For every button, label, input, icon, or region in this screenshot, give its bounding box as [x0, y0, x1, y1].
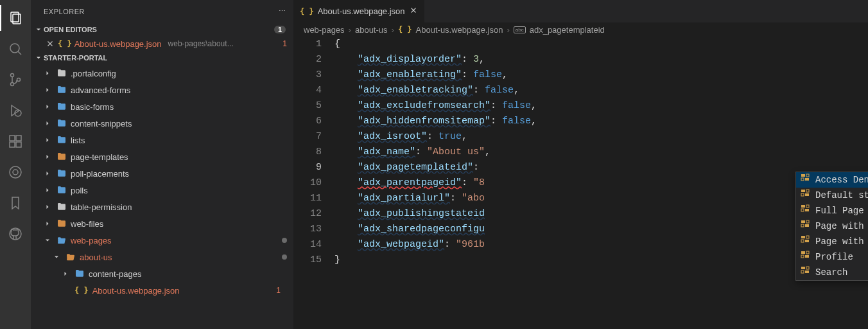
- suggestion-item[interactable]: Page with title: [796, 234, 868, 249]
- folder-icon: [56, 168, 67, 179]
- activity-search-icon[interactable]: [0, 36, 31, 62]
- enum-member-icon: [800, 203, 810, 218]
- suggestion-item[interactable]: Profile: [796, 249, 868, 265]
- open-editors-header[interactable]: OPEN EDITORS 1: [31, 22, 293, 37]
- tree-folder-item[interactable]: web-files: [31, 215, 293, 232]
- folder-icon: [56, 152, 67, 162]
- svg-rect-38: [806, 236, 809, 238]
- tree-folder-item[interactable]: lists: [31, 132, 293, 148]
- svg-rect-19: [801, 174, 805, 177]
- tree-item-label: basic-forms: [71, 102, 114, 112]
- close-icon[interactable]: [409, 6, 418, 17]
- tree-folder-item[interactable]: table-permission: [31, 199, 293, 215]
- file-tree: .portalconfigadvanced-formsbasic-formsco…: [31, 65, 293, 329]
- chevron-down-icon: [33, 54, 44, 62]
- open-editor-problem-count: 1: [282, 39, 287, 48]
- open-editor-item[interactable]: { } About-us.webpage.json web-pages\abou…: [31, 37, 293, 51]
- tree-item-label: content-pages: [89, 269, 141, 279]
- folder-icon: [56, 118, 67, 129]
- breadcrumb-segment[interactable]: web-pages: [304, 25, 345, 35]
- breadcrumb-segment[interactable]: about-us: [355, 25, 388, 35]
- tree-item-label: poll-placements: [71, 169, 129, 179]
- tree-folder-item[interactable]: page-templates: [31, 148, 293, 165]
- open-editors-badge: 1: [274, 26, 286, 33]
- chevron-right-icon: [42, 86, 53, 94]
- tree-item-label: web-pages: [71, 236, 112, 245]
- activity-explorer-icon[interactable]: [0, 5, 31, 31]
- activity-bookmark-icon[interactable]: [0, 190, 31, 216]
- svg-rect-32: [805, 224, 809, 227]
- enum-member-icon: [800, 172, 810, 188]
- svg-point-13: [13, 170, 18, 175]
- svg-rect-27: [801, 205, 805, 208]
- modified-indicator-icon: [282, 254, 287, 260]
- tree-folder-item[interactable]: polls: [31, 182, 293, 199]
- chevron-down-icon: [51, 253, 62, 261]
- svg-point-2: [10, 44, 19, 53]
- chevron-right-icon: ›: [392, 25, 394, 35]
- sidebar-more-icon[interactable]: ⋯: [279, 7, 286, 15]
- breadcrumb-segment[interactable]: adx_pagetemplateid: [530, 25, 605, 35]
- tree-folder-item[interactable]: basic-forms: [31, 98, 293, 115]
- activity-source-control-icon[interactable]: [0, 67, 31, 93]
- suggestion-item[interactable]: Page with child links: [796, 218, 868, 234]
- close-icon[interactable]: [45, 39, 55, 49]
- tree-folder-item[interactable]: content-snippets: [31, 115, 293, 132]
- tree-folder-item[interactable]: web-pages: [31, 232, 293, 249]
- folder-icon: [56, 218, 67, 229]
- tree-file-item[interactable]: { }About-us.webpage.json1: [31, 282, 293, 299]
- folder-icon: [56, 235, 67, 245]
- code-editor[interactable]: 123456789101112131415 {"adx_displayorder…: [293, 37, 868, 329]
- suggestion-item[interactable]: Search: [796, 265, 868, 280]
- editor-tab[interactable]: { } About-us.webpage.json: [293, 0, 424, 22]
- svg-point-5: [11, 83, 14, 86]
- starter-portal-header[interactable]: STARTER-PORTAL: [31, 51, 293, 65]
- suggestion-label: Profile: [815, 249, 853, 265]
- chevron-right-icon: [42, 186, 53, 194]
- editor-area: { } About-us.webpage.json web-pages › ab…: [293, 0, 868, 329]
- enum-member-icon: [800, 188, 810, 203]
- tree-item-label: polls: [71, 186, 88, 195]
- suggestion-item[interactable]: Full Page: [796, 203, 868, 218]
- breadcrumb-segment[interactable]: About-us.webpage.json: [416, 25, 503, 35]
- suggestion-label: Default studio template: [815, 188, 868, 203]
- folder-icon: [56, 185, 67, 195]
- svg-point-6: [17, 78, 21, 82]
- chevron-right-icon: [42, 220, 53, 227]
- suggestion-item[interactable]: Default studio template: [796, 188, 868, 203]
- activity-power-icon[interactable]: [0, 159, 31, 185]
- activity-debug-icon[interactable]: [0, 98, 31, 123]
- code-content[interactable]: {"adx_displayorder": 3,"adx_enablerating…: [334, 37, 868, 329]
- suggestion-label: Page with child links: [815, 218, 868, 234]
- folder-icon: [65, 252, 76, 262]
- activity-extensions-icon[interactable]: [0, 129, 31, 154]
- svg-rect-11: [16, 136, 21, 141]
- breadcrumbs[interactable]: web-pages › about-us › { } About-us.webp…: [293, 22, 868, 37]
- open-editor-filename: About-us.webpage.json: [74, 39, 162, 49]
- intellisense-popup[interactable]: Access DeniedDefault studio templateFull…: [795, 172, 868, 281]
- svg-rect-24: [805, 193, 809, 196]
- tree-folder-item[interactable]: advanced-forms: [31, 82, 293, 98]
- chevron-right-icon: [42, 103, 53, 111]
- suggestion-item[interactable]: Access Denied: [796, 172, 868, 188]
- svg-rect-43: [801, 267, 805, 269]
- tree-folder-item[interactable]: about-us: [31, 249, 293, 265]
- svg-rect-22: [806, 174, 809, 177]
- svg-rect-8: [10, 136, 15, 141]
- tree-folder-item[interactable]: poll-placements: [31, 165, 293, 182]
- tree-folder-item[interactable]: content-pages: [31, 265, 293, 282]
- sidebar-title-bar: EXPLORER ⋯: [31, 0, 293, 22]
- svg-rect-46: [806, 267, 809, 269]
- enum-member-icon: [800, 234, 810, 249]
- open-editors-label: OPEN EDITORS: [44, 26, 97, 33]
- activity-github-icon[interactable]: [0, 221, 31, 247]
- tree-item-label: .portalconfig: [71, 69, 116, 78]
- chevron-right-icon: [42, 136, 53, 144]
- line-numbers: 123456789101112131415: [293, 37, 334, 329]
- problem-count: 1: [276, 286, 281, 295]
- tree-item-label: table-permission: [71, 202, 132, 212]
- tree-item-label: advanced-forms: [71, 85, 130, 95]
- tree-folder-item[interactable]: .portalconfig: [31, 65, 293, 82]
- json-file-icon: { }: [398, 25, 412, 34]
- svg-rect-23: [801, 190, 805, 192]
